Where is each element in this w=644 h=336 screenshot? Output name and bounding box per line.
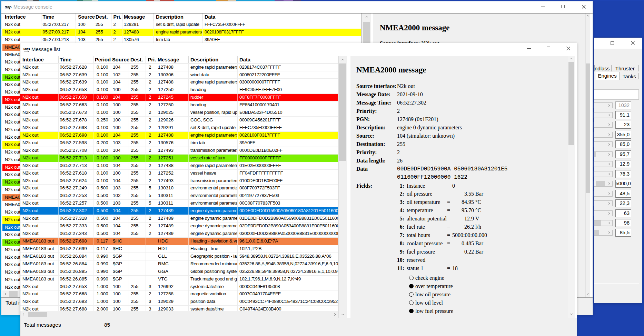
- svg-text:NMEA: NMEA: [5, 5, 12, 8]
- svg-text:NMEA: NMEA: [23, 48, 30, 51]
